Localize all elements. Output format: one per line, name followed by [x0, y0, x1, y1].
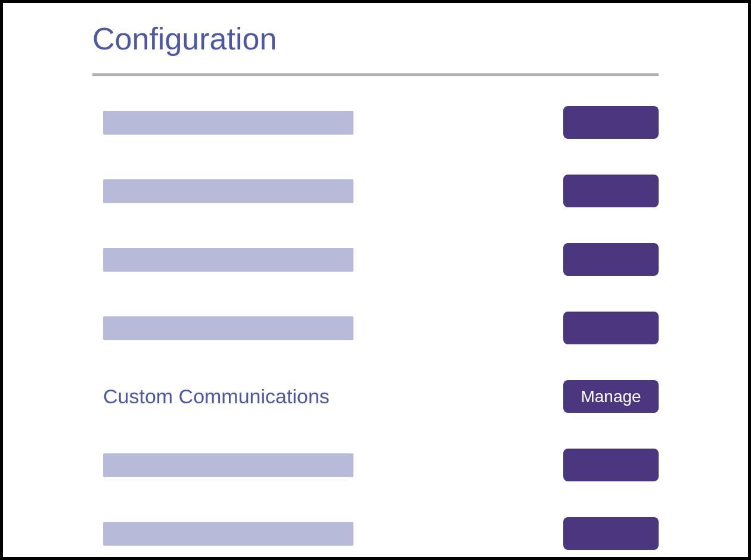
config-action-button[interactable]	[563, 175, 659, 207]
row-label-placeholder	[103, 248, 353, 272]
row-label: Custom Communications	[103, 385, 330, 408]
config-row	[103, 312, 659, 344]
config-row	[103, 106, 659, 139]
config-row-custom-communications: Custom Communications Manage	[103, 380, 659, 413]
page-title: Configuration	[92, 21, 659, 57]
divider	[92, 73, 659, 76]
row-label-placeholder	[103, 316, 353, 340]
config-row	[103, 243, 659, 276]
config-action-button[interactable]	[563, 106, 659, 139]
manage-button[interactable]: Manage	[563, 380, 659, 413]
config-action-button[interactable]	[563, 312, 659, 344]
row-label-placeholder	[103, 453, 353, 477]
config-row	[103, 517, 659, 550]
config-row	[103, 175, 659, 207]
config-action-button[interactable]	[563, 449, 659, 481]
row-label-placeholder	[103, 522, 353, 546]
config-list: Custom Communications Manage	[92, 106, 659, 550]
config-row	[103, 449, 659, 481]
row-label-placeholder	[103, 179, 353, 203]
row-label-placeholder	[103, 111, 353, 135]
config-action-button[interactable]	[563, 517, 659, 550]
config-action-button[interactable]	[563, 243, 659, 276]
